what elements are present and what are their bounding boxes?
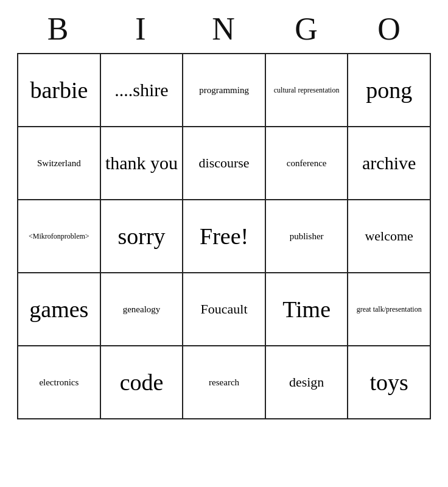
- cell-r2-c0: <Mikrofonproblem>: [18, 200, 100, 273]
- cell-r1-c1: thank you: [100, 127, 183, 200]
- cell-r4-c1: code: [100, 346, 183, 419]
- cell-r3-c4: great talk/presentation: [348, 273, 430, 346]
- cell-r3-c3: Time: [265, 273, 348, 346]
- cell-r0-c3: cultural representation: [265, 54, 348, 127]
- cell-r4-c2: research: [183, 346, 265, 419]
- cell-r1-c3: conference: [265, 127, 348, 200]
- cell-r0-c2: programming: [183, 54, 265, 127]
- bingo-letter-B: B: [22, 11, 95, 47]
- cell-r1-c4: archive: [348, 127, 430, 200]
- cell-r4-c4: toys: [348, 346, 430, 419]
- bingo-letter-N: N: [187, 11, 261, 47]
- cell-r1-c2: discourse: [183, 127, 265, 200]
- cell-r3-c1: genealogy: [100, 273, 183, 346]
- cell-r1-c0: Switzerland: [18, 127, 100, 200]
- cell-r3-c2: Foucault: [183, 273, 265, 346]
- cell-r3-c0: games: [18, 273, 100, 346]
- bingo-grid: barbie....shireprogrammingcultural repre…: [17, 53, 431, 419]
- cell-r0-c1: ....shire: [100, 54, 183, 127]
- bingo-header: BINGO: [17, 0, 431, 53]
- bingo-letter-O: O: [353, 11, 426, 47]
- cell-r2-c2: Free!: [183, 200, 265, 273]
- bingo-letter-I: I: [105, 11, 178, 47]
- cell-r4-c0: electronics: [18, 346, 100, 419]
- cell-r0-c4: pong: [348, 54, 430, 127]
- cell-r4-c3: design: [265, 346, 348, 419]
- cell-r2-c4: welcome: [348, 200, 430, 273]
- cell-r0-c0: barbie: [18, 54, 100, 127]
- cell-r2-c3: publisher: [265, 200, 348, 273]
- cell-r2-c1: sorry: [100, 200, 183, 273]
- bingo-letter-G: G: [270, 11, 343, 47]
